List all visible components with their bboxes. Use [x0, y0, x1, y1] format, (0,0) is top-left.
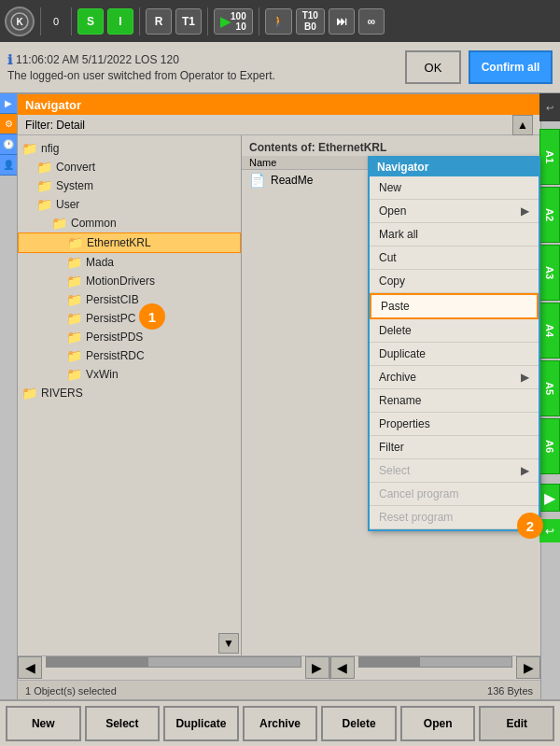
folder-icon: 📁: [36, 178, 52, 193]
bottom-delete-button[interactable]: Delete: [321, 706, 397, 741]
scroll-left-tree[interactable]: ◀: [18, 656, 42, 679]
ctx-rename[interactable]: Rename: [370, 389, 539, 413]
folder-icon: 📁: [51, 216, 67, 231]
scroll-right-tree[interactable]: ▶: [305, 656, 329, 679]
ctx-reset-program: Reset program 2: [370, 506, 539, 529]
scroll-track-contents: [358, 656, 512, 668]
tree-item-persistrdc[interactable]: 📁 PersistRDC: [18, 346, 241, 365]
ctx-duplicate[interactable]: Duplicate: [370, 343, 539, 366]
context-menu-title: Navigator: [370, 158, 539, 176]
ctx-open-arrow: ▶: [521, 204, 529, 218]
ctx-archive[interactable]: Archive ▶: [370, 366, 539, 389]
folder-icon: 📁: [36, 197, 52, 212]
filter-arrow-up[interactable]: ▲: [512, 115, 533, 135]
inf-icon: ∞: [368, 15, 376, 28]
right-btn-a5[interactable]: A5: [539, 360, 560, 416]
context-menu: Navigator 3 New Open ▶ Mark all Cut: [368, 156, 540, 531]
tree-item-vxwin[interactable]: 📁 VxWin: [18, 365, 241, 384]
ctx-cancel-program: Cancel program: [370, 483, 539, 506]
left-indicators: ▶ ⚙ 🕐 👤: [0, 93, 17, 176]
contents-header: Contents of: EthernetKRL: [242, 139, 540, 156]
right-btn-a4[interactable]: A4: [539, 303, 560, 359]
scroll-left-contents[interactable]: ◀: [330, 656, 355, 679]
tree-scroll-down[interactable]: ▼: [218, 633, 239, 654]
tree-item-system[interactable]: 📁 System: [18, 176, 241, 195]
scroll-thumb-contents: [359, 657, 420, 667]
tree-item-convert[interactable]: 📁 Convert: [18, 158, 241, 176]
scroll-right-contents[interactable]: ▶: [516, 656, 540, 679]
bottom-edit-button[interactable]: Edit: [479, 706, 554, 741]
folder-icon: 📁: [66, 311, 82, 326]
btn-s[interactable]: S: [77, 8, 104, 35]
right-top-arrow[interactable]: ↩: [546, 103, 553, 113]
bottom-new-button[interactable]: New: [6, 706, 81, 741]
tree-item-motiondrivers[interactable]: 📁 MotionDrivers: [18, 272, 241, 290]
scroll-thumb-tree: [47, 657, 148, 667]
right-side-buttons: ↩ A1 A2 A3 A4 A5 A6 ▶ ↩: [539, 93, 560, 542]
tree-item-persistpds[interactable]: 📁 PersistPDS: [18, 328, 241, 346]
right-arrow-play[interactable]: ▶: [539, 484, 560, 512]
bottom-open-button[interactable]: Open: [400, 706, 476, 741]
tree-item-persistcib[interactable]: 📁 PersistCIB: [18, 290, 241, 309]
scroll-track-tree: [46, 656, 301, 668]
skip-icon: ⏭: [336, 15, 347, 28]
divider4: [207, 7, 208, 35]
folder-icon: 📁: [21, 141, 37, 156]
nav-status-bar: 1 Object(s) selected 136 Bytes: [18, 680, 540, 700]
folder-icon: 📁: [66, 274, 82, 289]
scroll-bar-area: ◀ ▶ ◀ ▶: [18, 655, 540, 680]
left-ind-2: ⚙: [0, 114, 17, 134]
ctx-open[interactable]: Open ▶: [370, 200, 539, 223]
walk-icon: 🚶: [272, 15, 286, 28]
top-toolbar: K 0 S I R T1 ▶ 10010 🚶 T10B0 ⏭ ∞: [0, 0, 560, 42]
badge-1: 1: [139, 303, 165, 330]
doc-icon: 📄: [249, 173, 265, 188]
btn-i[interactable]: I: [107, 8, 133, 35]
tree-item-common[interactable]: 📁 Common: [18, 214, 241, 232]
tree-item-rivers[interactable]: 📁 RIVERS: [18, 384, 241, 402]
btn-r[interactable]: R: [146, 8, 172, 35]
ctx-filter[interactable]: Filter: [370, 436, 539, 459]
ctx-delete[interactable]: Delete: [370, 319, 539, 343]
tree-item-persistpc[interactable]: 📁 PersistPC: [18, 309, 241, 328]
right-btn-a1[interactable]: A1: [539, 129, 560, 185]
right-btn-a3[interactable]: A3: [539, 245, 560, 301]
btn-t1[interactable]: T1: [175, 8, 202, 35]
bottom-select-button[interactable]: Select: [85, 706, 161, 741]
btn-walk[interactable]: 🚶: [265, 8, 292, 35]
tree-item-nfig[interactable]: 📁 nfig: [18, 139, 241, 158]
ctx-archive-arrow: ▶: [521, 371, 529, 384]
ctx-mark-all[interactable]: Mark all: [370, 223, 539, 246]
divider5: [259, 7, 259, 35]
info-icon: ℹ: [7, 52, 12, 67]
bottom-duplicate-button[interactable]: Duplicate: [163, 706, 239, 741]
confirm-all-button[interactable]: Confirm all: [469, 50, 553, 84]
divider3: [139, 7, 140, 35]
ctx-select-arrow: ▶: [521, 464, 529, 477]
btn-inf[interactable]: ∞: [358, 8, 385, 35]
navigator-title: Navigator: [18, 94, 540, 115]
folder-icon: 📁: [66, 255, 82, 270]
right-btn-a2[interactable]: A2: [539, 187, 560, 243]
bottom-archive-button[interactable]: Archive: [243, 706, 318, 741]
left-ind-3: 🕐: [0, 134, 17, 155]
ok-button[interactable]: OK: [405, 50, 461, 84]
ctx-paste[interactable]: Paste: [370, 293, 539, 319]
tree-item-ethernetkrl[interactable]: 📁 EthernetKRL: [18, 232, 241, 253]
btn-skip[interactable]: ⏭: [329, 8, 355, 35]
ctx-properties[interactable]: Properties: [370, 413, 539, 436]
ctx-cut[interactable]: Cut: [370, 246, 539, 270]
right-btn-a6[interactable]: A6: [539, 418, 560, 474]
btn-play[interactable]: ▶ 10010: [214, 8, 253, 35]
folder-icon: 📁: [21, 386, 37, 401]
left-ind-4: 👤: [0, 155, 17, 176]
logo: K: [5, 7, 35, 36]
ctx-copy[interactable]: Copy: [370, 270, 539, 293]
ctx-select[interactable]: Select ▶: [370, 459, 539, 483]
ctx-new[interactable]: New: [370, 176, 539, 200]
tree-item-user[interactable]: 📁 User: [18, 195, 241, 214]
left-ind-1: ▶: [0, 93, 17, 114]
svg-text:K: K: [16, 17, 23, 27]
btn-t10b0[interactable]: T10B0: [296, 8, 325, 35]
tree-item-mada[interactable]: 📁 Mada: [18, 253, 241, 272]
